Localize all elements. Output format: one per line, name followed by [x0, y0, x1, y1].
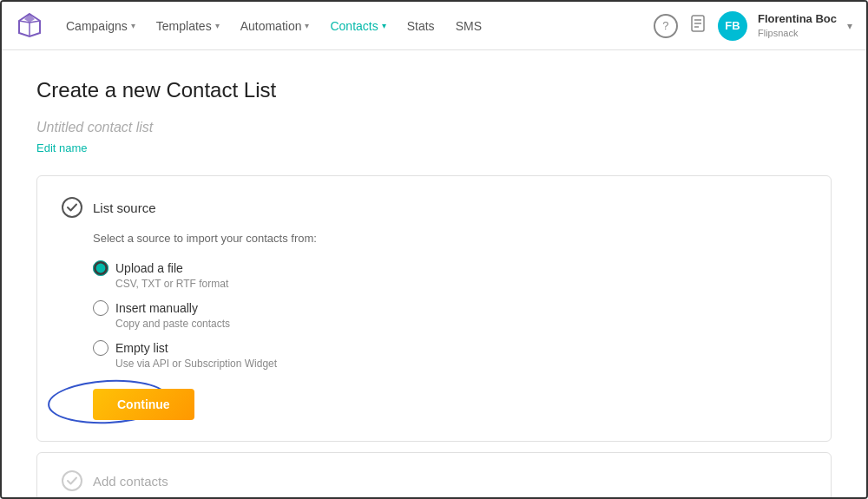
svg-marker-1	[24, 14, 35, 23]
radio-label-manual[interactable]: Insert manually	[93, 300, 806, 316]
add-contacts-title: Add contacts	[93, 474, 168, 489]
list-source-title: List source	[93, 200, 156, 215]
radio-empty-title: Empty list	[115, 341, 168, 355]
docs-icon[interactable]	[688, 14, 707, 37]
navbar: Campaigns ▾ Templates ▾ Automation ▾ Con…	[2, 2, 866, 50]
edit-name-link[interactable]: Edit name	[36, 141, 88, 154]
radio-option-upload: Upload a file CSV, TXT or RTF format	[93, 260, 806, 290]
nav-contacts-label: Contacts	[330, 19, 378, 33]
nav-automation-chevron: ▾	[305, 21, 309, 30]
radio-empty-desc: Use via API or Subscription Widget	[93, 358, 806, 370]
user-name: Florentina Boc	[758, 12, 837, 27]
nav-templates-chevron: ▾	[215, 21, 220, 30]
user-info: Florentina Boc Flipsnack	[758, 12, 837, 39]
add-contacts-header: Add contacts	[62, 470, 806, 491]
main-content: Create a new Contact List Untitled conta…	[2, 50, 866, 497]
radio-empty[interactable]	[93, 340, 108, 356]
nav-campaigns-chevron: ▾	[131, 21, 135, 30]
nav-right: ? FB Florentina Boc Flipsnack ▾	[654, 11, 852, 41]
nav-item-sms[interactable]: SMS	[447, 14, 490, 38]
nav-contacts-chevron: ▾	[382, 21, 386, 30]
list-source-card: List source Select a source to import yo…	[36, 175, 832, 442]
nav-item-campaigns[interactable]: Campaigns ▾	[57, 14, 144, 38]
radio-upload[interactable]	[93, 260, 108, 276]
radio-option-manual: Insert manually Copy and paste contacts	[93, 300, 806, 330]
help-button[interactable]: ?	[654, 14, 678, 38]
radio-manual-desc: Copy and paste contacts	[93, 318, 806, 330]
continue-button-wrapper: Continue	[62, 389, 194, 420]
list-name-placeholder: Untitled contact list	[36, 120, 832, 135]
radio-group: Upload a file CSV, TXT or RTF format Ins…	[62, 260, 806, 370]
nav-item-templates[interactable]: Templates ▾	[148, 14, 228, 38]
radio-upload-desc: CSV, TXT or RTF format	[93, 278, 806, 290]
card-header: List source	[62, 197, 806, 218]
add-contacts-card: Add contacts	[36, 452, 832, 497]
nav-item-contacts[interactable]: Contacts ▾	[321, 14, 394, 38]
radio-manual-title: Insert manually	[115, 301, 198, 315]
nav-item-stats[interactable]: Stats	[398, 14, 444, 38]
app-wrapper: Campaigns ▾ Templates ▾ Automation ▾ Con…	[0, 0, 868, 499]
add-contacts-check-circle	[62, 470, 82, 491]
radio-manual[interactable]	[93, 300, 108, 316]
nav-sms-label: SMS	[456, 19, 482, 33]
avatar[interactable]: FB	[718, 11, 747, 41]
radio-upload-title: Upload a file	[115, 261, 183, 275]
continue-button[interactable]: Continue	[93, 389, 194, 420]
radio-option-empty: Empty list Use via API or Subscription W…	[93, 340, 806, 370]
list-source-subtitle: Select a source to import your contacts …	[62, 232, 806, 245]
radio-label-empty[interactable]: Empty list	[93, 340, 806, 356]
help-icon: ?	[662, 19, 668, 32]
nav-stats-label: Stats	[407, 19, 435, 33]
radio-label-upload[interactable]: Upload a file	[93, 260, 806, 276]
nav-items: Campaigns ▾ Templates ▾ Automation ▾ Con…	[57, 14, 654, 38]
nav-automation-label: Automation	[240, 19, 302, 33]
user-dropdown-chevron[interactable]: ▾	[847, 20, 852, 32]
user-company: Flipsnack	[758, 27, 837, 39]
nav-item-automation[interactable]: Automation ▾	[232, 14, 319, 38]
avatar-initials: FB	[725, 19, 740, 32]
nav-campaigns-label: Campaigns	[66, 19, 128, 33]
page-title: Create a new Contact List	[36, 78, 832, 102]
list-source-check-circle	[62, 197, 82, 218]
nav-logo[interactable]	[16, 10, 43, 41]
nav-templates-label: Templates	[156, 19, 212, 33]
